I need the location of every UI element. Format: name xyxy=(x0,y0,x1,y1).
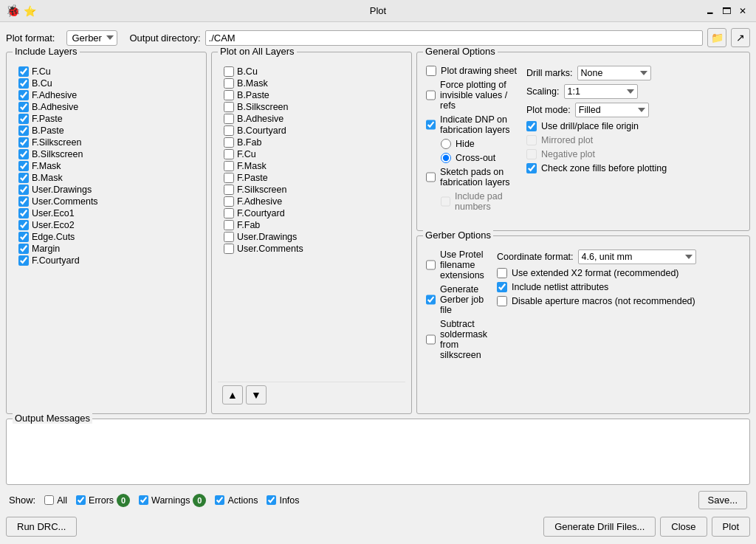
drill-marks-select[interactable]: NoneSmallActual size xyxy=(577,66,651,80)
format-select[interactable]: Gerber xyxy=(66,30,117,46)
all-label: All xyxy=(57,495,67,506)
check-drill-origin[interactable] xyxy=(526,121,537,131)
opt-include-pad: Include pad numbers xyxy=(441,191,518,212)
output-dir-input[interactable] xyxy=(205,30,703,46)
minimize-btn[interactable]: 🗕 xyxy=(703,4,718,18)
layer-check-usereco2[interactable] xyxy=(18,220,29,230)
opt-crossout: Cross-out xyxy=(441,153,518,163)
check-warnings[interactable] xyxy=(139,495,148,505)
check-include-pad[interactable] xyxy=(441,196,450,207)
label-hide: Hide xyxy=(456,139,475,149)
radio-crossout[interactable] xyxy=(441,153,451,163)
drill-marks-label: Drill marks: xyxy=(526,68,573,78)
close-dialog-btn[interactable]: Close xyxy=(660,517,707,537)
all-check-bcu[interactable] xyxy=(224,66,234,77)
layer-check-usereco1[interactable] xyxy=(18,208,29,218)
label-crossout: Cross-out xyxy=(456,153,495,163)
all-layer-bcu: B.Cu xyxy=(224,66,402,78)
browse-folder-btn[interactable]: 📁 xyxy=(707,28,726,47)
layer-item-bmask: B.Mask xyxy=(18,172,197,184)
check-subtract-mask[interactable] xyxy=(426,334,436,345)
check-gen-job[interactable] xyxy=(426,295,436,305)
check-errors[interactable] xyxy=(76,495,86,505)
move-up-btn[interactable]: ▲ xyxy=(222,385,243,404)
titlebar-icons: 🐞 ⭐ xyxy=(6,4,36,18)
check-sketch-pads[interactable] xyxy=(426,172,436,182)
layer-check-usercomments[interactable] xyxy=(18,196,29,207)
all-check-usercomments[interactable] xyxy=(224,244,234,254)
check-negative[interactable] xyxy=(526,149,537,159)
all-check-ffab[interactable] xyxy=(224,220,234,230)
radio-hide[interactable] xyxy=(441,139,451,149)
layer-check-bsilkscreen[interactable] xyxy=(18,149,29,159)
check-mirror[interactable] xyxy=(526,135,537,145)
include-layers-title: Include Layers xyxy=(13,46,80,57)
all-check-bpaste[interactable] xyxy=(224,90,234,100)
layer-check-fsilkscreen[interactable] xyxy=(18,137,29,148)
check-force-plot[interactable] xyxy=(426,90,436,100)
status-bar: Show: All Errors 0 Warnings 0 Actions In… xyxy=(6,489,750,511)
layer-check-badhesive[interactable] xyxy=(18,102,29,112)
all-check-fcu[interactable] xyxy=(224,149,234,159)
coord-format-select[interactable]: 4.6, unit mm4.5, unit mm4.6, unit inch xyxy=(578,249,696,264)
all-layer-bsilkscreen: B.Silkscreen xyxy=(224,101,402,113)
run-drc-btn[interactable]: Run DRC... xyxy=(6,517,77,537)
save-messages-btn[interactable]: Save... xyxy=(698,491,747,509)
app-icon: 🐞 xyxy=(6,4,21,18)
check-actions[interactable] xyxy=(215,495,224,505)
label-sketch-pads: Sketch pads on fabrication layers xyxy=(440,167,518,187)
check-indicate-dnp[interactable] xyxy=(426,120,436,130)
all-check-bfab[interactable] xyxy=(224,137,234,148)
layer-check-bcu[interactable] xyxy=(18,78,29,89)
plot-btn[interactable]: Plot xyxy=(712,517,750,537)
all-layer-userdrawings: User.Drawings xyxy=(224,231,402,243)
layer-check-fadhesive[interactable] xyxy=(18,90,29,100)
move-down-btn[interactable]: ▼ xyxy=(246,385,267,404)
layer-check-fcourtyard[interactable] xyxy=(18,255,29,266)
check-all[interactable] xyxy=(44,495,54,505)
label-subtract-mask: Subtract soldermask from silkscreen xyxy=(440,319,488,360)
maximize-btn[interactable]: 🗖 xyxy=(719,4,734,18)
all-check-bsilkscreen[interactable] xyxy=(224,102,234,112)
layer-check-margin[interactable] xyxy=(18,244,29,254)
warnings-filter: Warnings 0 xyxy=(139,494,206,507)
generate-drill-btn[interactable]: Generate Drill Files... xyxy=(543,517,656,537)
all-layer-fadhesive: F.Adhesive xyxy=(224,196,402,207)
all-check-fcourtyard[interactable] xyxy=(224,208,234,218)
layer-check-fmask[interactable] xyxy=(18,161,29,171)
check-infos[interactable] xyxy=(267,495,276,505)
check-x2-format[interactable] xyxy=(497,268,507,278)
plot-mode-select[interactable]: FilledSketch xyxy=(575,103,649,117)
layer-check-userdrawings[interactable] xyxy=(18,185,29,195)
all-check-fmask[interactable] xyxy=(224,161,234,171)
layer-item-bpaste: B.Paste xyxy=(18,125,197,137)
layer-check-fcu[interactable] xyxy=(18,66,29,77)
check-protel-ext[interactable] xyxy=(426,260,436,270)
check-netlist-attr[interactable] xyxy=(497,282,507,292)
all-check-fpaste[interactable] xyxy=(224,173,234,183)
all-check-bmask[interactable] xyxy=(224,78,234,89)
all-check-badhesive[interactable] xyxy=(224,114,234,124)
layer-item-usereco2: User.Eco2 xyxy=(18,219,197,231)
opt-force-plot: Force plotting of invisible values / ref… xyxy=(426,80,518,111)
layer-check-fpaste[interactable] xyxy=(18,114,29,124)
close-btn[interactable]: ✕ xyxy=(735,4,750,18)
all-layer-bmask: B.Mask xyxy=(224,78,402,89)
label-drill-origin: Use drill/place file origin xyxy=(541,121,639,131)
all-check-userdrawings[interactable] xyxy=(224,232,234,242)
output-messages-panel: Output Messages xyxy=(6,419,750,485)
all-check-bcourtyard[interactable] xyxy=(224,125,234,136)
layer-check-bmask[interactable] xyxy=(18,173,29,183)
all-check-fsilkscreen[interactable] xyxy=(224,185,234,195)
all-check-fadhesive[interactable] xyxy=(224,196,234,207)
window-controls[interactable]: 🗕 🗖 ✕ xyxy=(703,4,750,18)
open-external-btn[interactable]: ↗ xyxy=(731,28,750,47)
opt-drill-marks: Drill marks: NoneSmallActual size xyxy=(526,66,740,80)
all-layer-bpaste: B.Paste xyxy=(224,89,402,101)
check-zone[interactable] xyxy=(526,163,537,173)
check-plot-drawing[interactable] xyxy=(426,66,436,76)
scaling-select[interactable]: 1:11:22:1 xyxy=(564,84,638,99)
check-disable-aperture[interactable] xyxy=(497,296,507,306)
layer-check-bpaste[interactable] xyxy=(18,125,29,136)
layer-check-edgecuts[interactable] xyxy=(18,232,29,242)
